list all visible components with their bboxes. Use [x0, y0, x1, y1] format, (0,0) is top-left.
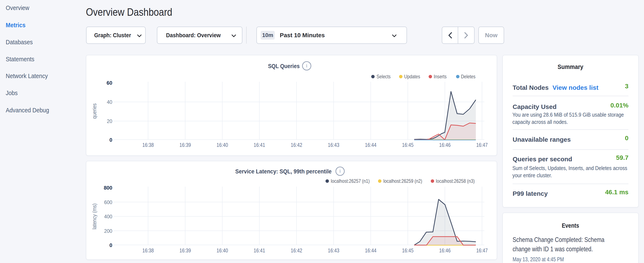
svg-text:20: 20	[107, 119, 112, 124]
svg-text:16:47: 16:47	[476, 142, 488, 148]
svg-text:16:46: 16:46	[439, 247, 451, 254]
svg-text:600: 600	[104, 200, 112, 205]
svg-text:latency (ms): latency (ms)	[92, 203, 98, 229]
svg-text:16:44: 16:44	[365, 142, 376, 148]
svg-text:16:45: 16:45	[402, 247, 414, 254]
svg-text:16:43: 16:43	[328, 247, 339, 254]
svg-text:16:38: 16:38	[142, 142, 154, 148]
svg-text:0: 0	[110, 137, 112, 143]
svg-text:16:40: 16:40	[217, 142, 228, 148]
svg-text:16:46: 16:46	[439, 142, 451, 148]
svg-text:40: 40	[107, 99, 112, 105]
svg-text:16:42: 16:42	[291, 247, 302, 254]
svg-text:16:41: 16:41	[254, 142, 265, 148]
svg-text:16:39: 16:39	[180, 142, 191, 148]
svg-text:16:42: 16:42	[291, 142, 302, 148]
svg-text:0: 0	[110, 242, 112, 248]
svg-text:200: 200	[104, 228, 112, 234]
svg-text:16:47: 16:47	[476, 247, 488, 254]
svg-text:16:39: 16:39	[180, 247, 191, 254]
svg-text:16:44: 16:44	[365, 247, 376, 254]
svg-text:400: 400	[104, 214, 112, 219]
svg-text:800: 800	[104, 185, 112, 191]
svg-text:queries: queries	[92, 103, 98, 119]
svg-text:16:38: 16:38	[142, 247, 154, 254]
svg-text:60: 60	[106, 80, 112, 86]
svg-text:16:43: 16:43	[328, 142, 339, 148]
svg-text:16:41: 16:41	[254, 247, 265, 254]
svg-text:16:45: 16:45	[402, 142, 414, 148]
svg-text:16:40: 16:40	[217, 247, 228, 254]
